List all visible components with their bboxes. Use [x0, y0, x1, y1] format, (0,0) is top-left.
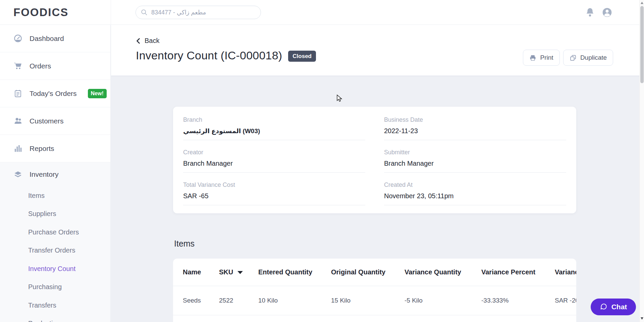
field-label: Submitter	[384, 149, 566, 156]
sidebar-item-label: Transfers	[28, 302, 56, 309]
page-header: Back Inventory Count (IC-000018) Closed …	[111, 25, 644, 76]
field-creator: Creator Branch Manager	[183, 149, 365, 173]
search-icon	[141, 9, 148, 16]
details-card: Branch المستودع الرئيسي (W03) Business D…	[173, 107, 576, 213]
sidebar-item-label: Purchasing	[28, 283, 62, 291]
field-value: SAR -65	[183, 192, 365, 200]
column-header-variance-percent: Variance Percent	[481, 268, 555, 276]
chat-button[interactable]: Chat	[591, 299, 636, 315]
sidebar-item-label: Transfer Orders	[28, 247, 75, 254]
sidebar-item-dashboard[interactable]: Dashboard	[0, 25, 110, 52]
sidebar-item-suppliers[interactable]: Suppliers	[0, 205, 110, 223]
duplicate-label: Duplicate	[580, 54, 607, 61]
sidebar-item-orders[interactable]: Orders	[0, 52, 110, 80]
sidebar-item-label: Dashboard	[30, 35, 64, 43]
scrollbar-up-arrow[interactable]	[641, 2, 643, 4]
cell-variance-cost: SAR -20	[555, 297, 576, 304]
page-title: Inventory Count (IC-000018)	[136, 49, 282, 62]
sidebar-inventory-group: Inventory Items Suppliers Purchase Order…	[0, 162, 110, 322]
sidebar-item-label: Customers	[30, 117, 64, 125]
table-header-row: Name SKU Entered Quantity Original Quant…	[173, 259, 576, 286]
cell-original-quantity: 15 Kilo	[331, 297, 405, 304]
status-badge: Closed	[288, 51, 316, 62]
cell-entered-quantity: 10 Kilo	[258, 297, 331, 304]
column-header-original-quantity: Original Quantity	[331, 268, 405, 276]
field-submitter: Submitter Branch Manager	[384, 149, 566, 173]
column-header-entered-quantity: Entered Quantity	[258, 268, 331, 276]
sidebar-item-inventory[interactable]: Inventory	[0, 162, 110, 186]
foodics-logo: FOODICS	[13, 6, 68, 19]
column-header-name: Name	[173, 268, 219, 276]
field-value: November 23, 05:11pm	[384, 192, 566, 200]
cell-name: Seeds	[173, 297, 219, 304]
sidebar-item-todays-orders[interactable]: Today's Orders New!	[0, 80, 110, 107]
column-header-variance-quantity: Variance Quantity	[405, 268, 481, 276]
back-button[interactable]: Back	[136, 37, 159, 45]
sidebar-item-purchasing[interactable]: Purchasing	[0, 278, 110, 297]
sidebar-item-reports[interactable]: Reports	[0, 135, 110, 162]
sidebar-item-customers[interactable]: Customers	[0, 107, 110, 135]
gauge-icon	[13, 34, 22, 43]
avatar-icon[interactable]	[602, 7, 612, 18]
sort-caret-icon[interactable]	[237, 271, 243, 274]
field-label: Creator	[183, 149, 365, 156]
chat-label: Chat	[611, 303, 627, 311]
sidebar-item-inventory-count[interactable]: Inventory Count	[0, 260, 110, 278]
scrollbar-down-arrow[interactable]	[641, 317, 643, 320]
sidebar-item-transfer-orders[interactable]: Transfer Orders	[0, 241, 110, 260]
field-business-date: Business Date 2022-11-23	[384, 116, 566, 140]
scrollbar-thumb[interactable]	[640, 6, 644, 83]
print-label: Print	[540, 54, 553, 61]
scrollbar-track[interactable]	[639, 0, 644, 322]
chevron-left-icon	[136, 38, 141, 44]
sidebar-item-label: Suppliers	[28, 210, 56, 218]
bar-chart-icon	[13, 144, 22, 153]
sidebar-item-label: Inventory Count	[28, 265, 75, 273]
column-header-variance-cost: Variance Cost	[555, 268, 576, 276]
sidebar-item-production[interactable]: Production	[0, 315, 110, 322]
top-bar: FOODICS	[0, 0, 644, 25]
sidebar-item-label: Today's Orders	[30, 90, 77, 98]
sidebar-item-items[interactable]: Items	[0, 186, 110, 205]
print-button[interactable]: Print	[523, 50, 560, 66]
search-input[interactable]	[151, 9, 256, 16]
field-value: Branch Manager	[183, 160, 365, 167]
sidebar-item-label: Reports	[30, 145, 54, 153]
sidebar: Dashboard Orders Today's Orders New! Cus…	[0, 25, 111, 322]
cell-variance-quantity: -5 Kilo	[405, 297, 481, 304]
printer-icon	[529, 54, 536, 61]
chat-bubble-icon	[600, 303, 608, 311]
duplicate-icon	[570, 54, 577, 61]
sidebar-item-label: Production	[28, 320, 60, 322]
cell-variance-percent: -33.333%	[481, 297, 555, 304]
sidebar-item-label: Inventory	[30, 170, 58, 178]
bell-icon[interactable]	[585, 7, 595, 18]
field-value: 2022-11-23	[384, 127, 566, 135]
column-header-sku[interactable]: SKU	[219, 268, 258, 276]
cart-icon	[13, 61, 22, 70]
column-header-label: SKU	[219, 268, 233, 276]
back-label: Back	[145, 37, 159, 45]
layers-icon	[13, 170, 22, 179]
field-created-at: Created At November 23, 05:11pm	[384, 181, 566, 205]
mouse-cursor	[337, 95, 344, 103]
field-value: المستودع الرئيسي (W03)	[183, 127, 365, 135]
field-label: Created At	[384, 181, 566, 189]
items-table: Name SKU Entered Quantity Original Quant…	[173, 259, 576, 322]
people-icon	[13, 116, 22, 125]
field-branch: Branch المستودع الرئيسي (W03)	[183, 116, 365, 140]
new-badge: New!	[88, 89, 107, 98]
field-label: Total Variance Cost	[183, 181, 365, 189]
field-label: Business Date	[384, 116, 566, 123]
table-row: Seeds 2522 10 Kilo 15 Kilo -5 Kilo -33.3…	[173, 286, 576, 315]
search-box[interactable]	[136, 6, 261, 19]
field-value: Branch Manager	[384, 160, 566, 167]
cell-sku: 2522	[219, 297, 258, 304]
sidebar-item-label: Orders	[30, 62, 51, 70]
sidebar-item-label: Purchase Orders	[28, 228, 79, 236]
sidebar-item-purchase-orders[interactable]: Purchase Orders	[0, 223, 110, 241]
sidebar-item-transfers[interactable]: Transfers	[0, 296, 110, 315]
items-section-heading: Items	[174, 239, 195, 249]
duplicate-button[interactable]: Duplicate	[563, 50, 613, 66]
sidebar-item-label: Items	[28, 192, 45, 200]
